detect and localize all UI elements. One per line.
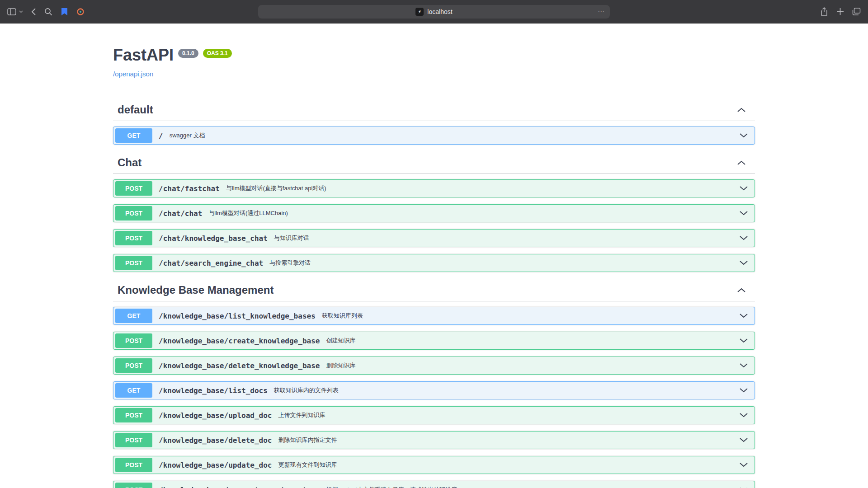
orange-pinned-tab-icon[interactable] (76, 8, 85, 16)
operation-path: /chat/knowledge_base_chat (159, 234, 268, 243)
operation-path: /chat/fastchat (159, 184, 220, 193)
method-badge: POST (115, 333, 152, 348)
operation-row[interactable]: POST /knowledge_base/update_doc 更新现有文件到知… (113, 456, 755, 474)
chevron-down-icon[interactable] (739, 235, 748, 241)
chevron-down-icon[interactable] (739, 413, 748, 418)
tab-overview-icon[interactable] (852, 8, 861, 15)
method-badge: GET (115, 128, 152, 143)
operation-summary: 删除知识库 (326, 361, 355, 370)
operation-summary: 与llm模型对话(通过LLMChain) (208, 209, 288, 217)
toolbar-left (7, 8, 85, 16)
operation-row[interactable]: POST /chat/knowledge_base_chat 与知识库对话 (113, 229, 755, 247)
section-title: Knowledge Base Management (118, 283, 274, 296)
chevron-up-icon[interactable] (737, 160, 746, 165)
operation-row[interactable]: POST /knowledge_base/upload_doc 上传文件到知识库 (113, 406, 755, 424)
chevron-down-icon[interactable] (739, 388, 748, 393)
sidebar-toggle-icon[interactable] (7, 8, 16, 15)
operation-path: /knowledge_base/delete_doc (159, 436, 272, 445)
operation-row[interactable]: POST /chat/chat 与llm模型对话(通过LLMChain) (113, 204, 755, 222)
operation-row[interactable]: POST /knowledge_base/delete_knowledge_ba… (113, 357, 755, 375)
page-title: FastAPI 0.1.0 OAS 3.1 (113, 45, 755, 65)
method-badge: POST (115, 231, 152, 245)
api-section: default GET / swagger 文档 (113, 99, 755, 145)
chevron-up-icon[interactable] (737, 287, 746, 293)
chevron-down-icon[interactable] (739, 462, 748, 468)
operation-row[interactable]: GET /knowledge_base/list_docs 获取知识库内的文件列… (113, 381, 755, 399)
section-header[interactable]: Knowledge Base Management (113, 279, 755, 301)
chevron-down-icon[interactable] (739, 338, 748, 343)
operation-path: /knowledge_base/create_knowledge_base (159, 337, 320, 345)
chevron-up-icon[interactable] (737, 107, 746, 113)
new-tab-icon[interactable] (836, 8, 844, 15)
operation-path: /knowledge_base/delete_knowledge_base (159, 361, 320, 370)
operation-path: /knowledge_base/recreate_vector_store (159, 486, 320, 488)
share-icon[interactable] (820, 7, 828, 16)
operation-path: /knowledge_base/update_doc (159, 461, 272, 469)
chevron-down-icon[interactable] (739, 437, 748, 443)
operation-summary: 删除知识库内指定文件 (278, 436, 337, 444)
operation-row[interactable]: POST /chat/fastchat 与llm模型对话(直接与fastchat… (113, 179, 755, 197)
method-badge: POST (115, 181, 152, 196)
operation-summary: 上传文件到知识库 (278, 411, 325, 419)
chevron-down-icon[interactable] (739, 211, 748, 216)
method-badge: POST (115, 458, 152, 472)
chevron-down-icon[interactable] (739, 363, 748, 368)
search-icon[interactable] (44, 8, 52, 16)
chevron-down-icon[interactable] (19, 10, 23, 13)
operation-row[interactable]: POST /chat/search_engine_chat 与搜索引擎对话 (113, 254, 755, 272)
chevron-down-icon[interactable] (739, 133, 748, 138)
operation-summary: 与知识库对话 (274, 234, 309, 242)
api-info: FastAPI 0.1.0 OAS 3.1 /openapi.json (113, 23, 755, 93)
operation-path: / (159, 131, 163, 140)
method-badge: GET (115, 383, 152, 398)
section-title: default (118, 103, 153, 116)
operation-row[interactable]: GET /knowledge_base/list_knowledge_bases… (113, 307, 755, 325)
method-badge: GET (115, 309, 152, 323)
operation-summary: swagger 文档 (170, 131, 205, 140)
openapi-spec-link[interactable]: /openapi.json (113, 69, 153, 80)
toolbar-right (820, 7, 861, 16)
back-icon[interactable] (31, 8, 36, 16)
operation-list: GET /knowledge_base/list_knowledge_bases… (113, 301, 755, 488)
section-header[interactable]: Chat (113, 151, 755, 174)
section-header[interactable]: default (113, 99, 755, 121)
page-menu-icon[interactable]: ⋯ (597, 7, 606, 16)
operation-summary: 获取知识库列表 (322, 312, 363, 320)
operation-summary: 根据content中文档重建向量库，流式输出处理进度。 (326, 486, 463, 488)
operation-summary: 创建知识库 (326, 337, 355, 345)
address-bar[interactable]: ⚡ localhost ⋯ (258, 5, 610, 19)
operation-row[interactable]: POST /knowledge_base/recreate_vector_sto… (113, 481, 755, 488)
operation-path: /chat/chat (159, 209, 202, 218)
operation-summary: 获取知识库内的文件列表 (274, 386, 339, 394)
site-favicon-icon: ⚡ (415, 8, 424, 16)
method-badge: POST (115, 433, 152, 447)
api-section: Knowledge Base Management GET /knowledge… (113, 279, 755, 488)
operation-list: POST /chat/fastchat 与llm模型对话(直接与fastchat… (113, 174, 755, 272)
method-badge: POST (115, 483, 152, 488)
operation-path: /chat/search_engine_chat (159, 259, 263, 267)
operation-summary: 更新现有文件到知识库 (278, 461, 337, 469)
method-badge: POST (115, 256, 152, 270)
operation-summary: 与llm模型对话(直接与fastchat api对话) (226, 184, 326, 192)
version-badge: 0.1.0 (178, 49, 198, 58)
swagger-page: FastAPI 0.1.0 OAS 3.1 /openapi.json defa… (104, 23, 764, 488)
chevron-down-icon[interactable] (739, 260, 748, 266)
chevron-down-icon[interactable] (739, 313, 748, 319)
operation-path: /knowledge_base/upload_doc (159, 411, 272, 420)
operation-summary: 与搜索引擎对话 (269, 259, 311, 267)
operation-row[interactable]: POST /knowledge_base/create_knowledge_ba… (113, 332, 755, 350)
blue-pinned-tab-icon[interactable] (61, 8, 68, 16)
chevron-down-icon[interactable] (739, 186, 748, 191)
method-badge: POST (115, 408, 152, 422)
method-badge: POST (115, 206, 152, 221)
api-title-text: FastAPI (113, 45, 174, 65)
operation-row[interactable]: POST /knowledge_base/delete_doc 删除知识库内指定… (113, 431, 755, 449)
operation-path: /knowledge_base/list_knowledge_bases (159, 312, 316, 320)
section-title: Chat (118, 156, 142, 169)
method-badge: POST (115, 358, 152, 373)
operation-path: /knowledge_base/list_docs (159, 386, 268, 395)
oas-badge: OAS 3.1 (203, 49, 232, 58)
api-section: Chat POST /chat/fastchat 与llm模型对话(直接与fas… (113, 151, 755, 272)
operation-row[interactable]: GET / swagger 文档 (113, 127, 755, 145)
address-bar-url: localhost (427, 8, 452, 15)
